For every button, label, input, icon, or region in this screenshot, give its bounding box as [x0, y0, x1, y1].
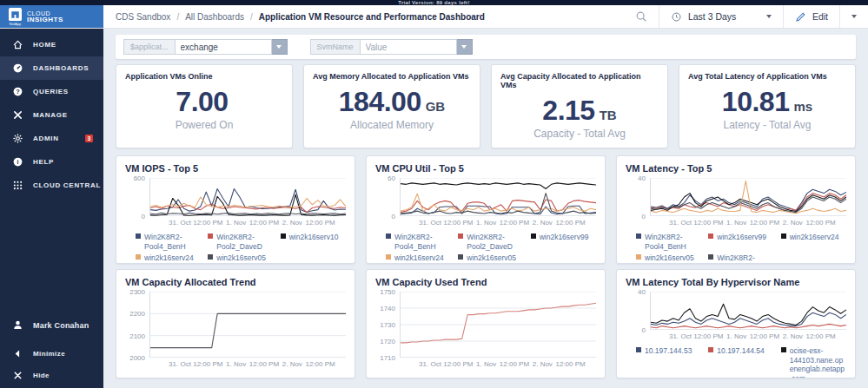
header-actions: Last 3 Days Edit: [624, 5, 868, 28]
user-menu[interactable]: Mark Conahan: [0, 314, 103, 336]
line-chart-plot: [650, 292, 846, 330]
kpi-unit: ms: [793, 99, 812, 114]
line-chart-plot: [149, 292, 346, 358]
edit-button[interactable]: Edit: [784, 5, 839, 28]
sidebar-item-help[interactable]: iHELP: [0, 150, 103, 174]
time-range-value: Last 3 Days: [688, 11, 736, 22]
hide-button[interactable]: Hide: [0, 365, 103, 386]
manage-icon: [12, 109, 23, 121]
legend-item[interactable]: ocise-esx-144103.nane.openenglab.netapp.…: [781, 346, 846, 378]
sidebar-item-label: HELP: [33, 158, 54, 166]
legend-label: 10.197.144.54: [717, 346, 764, 378]
kpi-card-avg-memory: Avg Memory Allocated to Application VMs …: [303, 64, 480, 148]
kpi-title: Avg Memory Allocated to Application VMs: [313, 72, 471, 81]
chevron-down-icon: [461, 45, 467, 49]
pencil-icon: [795, 11, 806, 23]
line-chart-plot: [400, 292, 596, 358]
kpi-unit: GB: [426, 99, 446, 114]
sidebar-item-home[interactable]: HOME: [0, 33, 103, 56]
kpi-sublabel: Latency - Total Avg: [688, 119, 846, 131]
charts-row-bottom: VM Capacity Allocated Trend 200021002200…: [116, 269, 856, 378]
netapp-logo-icon: [9, 8, 22, 21]
legend-item[interactable]: 10.197.144.53: [636, 346, 701, 378]
legend-swatch: [636, 254, 641, 260]
kpi-sublabel: Allocated Memory: [313, 119, 471, 131]
legend-label: win2k16serv05: [216, 253, 266, 263]
legend-item[interactable]: win2k16serv99: [531, 233, 596, 251]
breadcrumb-tenant[interactable]: CDS Sandbox: [116, 12, 170, 22]
breadcrumb-separator: /: [250, 12, 253, 22]
legend-swatch: [458, 233, 463, 239]
legend-item[interactable]: win2k16serv05: [636, 253, 701, 264]
x-axis: 31. Oct12:00 PM1. Nov12:00 PM2. Nov12:00…: [149, 360, 346, 370]
filter-label: SvmName: [310, 39, 360, 55]
chevron-down-icon: [766, 15, 772, 18]
chart-legend: Win2K8R2-Pool4_BenHwin2k16serv99win2k16s…: [626, 233, 846, 264]
sidebar-item-queries[interactable]: ?QUERIES: [0, 80, 103, 103]
chart-card-vm-capacity-allocated-trend: VM Capacity Allocated Trend 200021002200…: [116, 269, 355, 378]
legend-swatch: [386, 233, 391, 239]
filter-dropdown-button[interactable]: [457, 39, 473, 55]
chart-card-vm-capacity-used-trend: VM Capacity Used Trend 17101720173017401…: [366, 269, 606, 378]
sidebar-item-manage[interactable]: MANAGE: [0, 103, 103, 127]
filter-svmname-input[interactable]: [360, 39, 457, 55]
kpi-unit: TB: [600, 108, 617, 122]
search-icon: [635, 10, 647, 23]
legend-label: Win2K8R2-Pool8_GulP: [717, 253, 773, 264]
legend-label: win2k16serv24: [144, 253, 194, 263]
sidebar-item-dashboards[interactable]: DASHBOARDS: [0, 56, 103, 80]
legend-item[interactable]: Win2K8R2-Pool8_GulP: [708, 253, 773, 264]
user-name: Mark Conahan: [33, 321, 89, 330]
legend-item[interactable]: win2k16serv10: [281, 233, 346, 251]
kpi-value: 184.00: [339, 86, 421, 117]
legend-item[interactable]: win2k16serv24: [136, 253, 201, 263]
breadcrumb-all-dashboards[interactable]: All Dashboards: [185, 12, 244, 22]
sidebar-item-label: DASHBOARDS: [33, 64, 89, 72]
legend-label: win2k16serv05: [467, 253, 516, 263]
legend-swatch: [708, 347, 713, 352]
legend-item[interactable]: win2k16serv99: [708, 233, 773, 251]
legend-item[interactable]: Win2K8R2-Pool4_BenH: [386, 233, 451, 251]
legend-item[interactable]: Win2K8R2-Pool4_BenH: [636, 233, 701, 251]
sidebar-nav: HOMEDASHBOARDS?QUERIESMANAGEADMIN3iHELPC…: [0, 29, 103, 197]
filter-application: $applicat...: [123, 39, 288, 55]
dashboard-more-dropdown[interactable]: [840, 5, 868, 28]
home-icon: [12, 39, 23, 50]
legend-item[interactable]: win2k16serv05: [458, 253, 523, 263]
sidebar-item-admin[interactable]: ADMIN3: [0, 127, 103, 150]
chart-card-vm-latency-by-hypervisor: VM Latency Total By Hypervisor Name 040 …: [616, 269, 856, 378]
legend-swatch: [281, 233, 286, 239]
search-button[interactable]: [624, 5, 659, 28]
chart-title: VM IOPS - Top 5: [125, 163, 346, 174]
chart-title: VM Latency Total By Hypervisor Name: [626, 277, 846, 287]
kpi-title: Avg Total Latency of Application VMs: [688, 72, 846, 81]
time-range-selector[interactable]: Last 3 Days: [659, 5, 783, 28]
legend-item[interactable]: win2k16serv05: [208, 253, 273, 263]
filter-dropdown-button[interactable]: [272, 39, 288, 55]
sidebar-footer: Mark Conahan Minimize Hide: [0, 314, 103, 386]
minimize-button[interactable]: Minimize: [0, 343, 103, 365]
legend-label: Win2K8R2-Pool4_BenH: [144, 233, 201, 251]
line-chart-plot: [400, 178, 596, 216]
clock-icon: [671, 11, 682, 23]
legend-item[interactable]: Win2K8R2-Pool4_BenH: [136, 233, 201, 251]
chart-card-vm-iops-top5: VM IOPS - Top 5 0600 31. Oct12:00 PM1. N…: [116, 155, 355, 264]
minimize-icon: [12, 348, 23, 359]
legend-item[interactable]: 10.197.144.54: [708, 346, 773, 378]
legend-item[interactable]: Win2K8R2-Pool2_DaveD: [458, 233, 523, 251]
filter-application-input[interactable]: [175, 39, 272, 55]
kpi-sublabel: Capacity - Total Avg: [500, 128, 659, 140]
legend-item[interactable]: Win2K8R2-Pool2_DaveD: [208, 233, 273, 251]
legend-swatch: [208, 233, 213, 239]
legend-swatch: [136, 233, 141, 239]
user-icon: [12, 319, 23, 331]
app-logo[interactable]: NetApp CLOUD INSIGHTS: [0, 5, 103, 28]
kpi-value: 7.00: [176, 86, 228, 117]
legend-item[interactable]: win2k16serv24: [781, 233, 846, 251]
sidebar-item-cloud-central[interactable]: CLOUD CENTRAL: [0, 174, 103, 197]
kpi-value: 2.15: [542, 95, 594, 126]
legend-item[interactable]: win2k16serv24: [386, 253, 451, 263]
breadcrumb-separator: /: [176, 12, 179, 22]
breadcrumb: CDS Sandbox / All Dashboards / Applicati…: [103, 5, 485, 28]
line-chart-plot: [650, 178, 846, 216]
